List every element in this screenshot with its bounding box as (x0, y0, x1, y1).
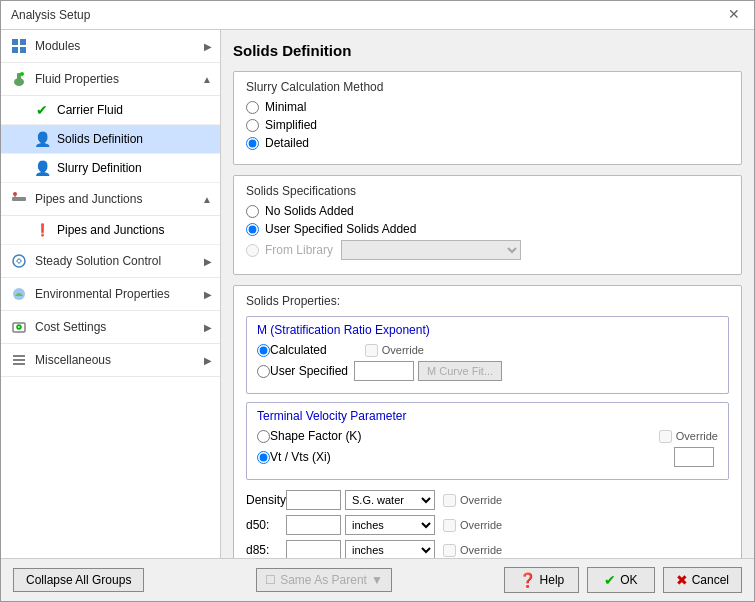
d85-row: d85: 0.03 inches Override (246, 540, 729, 558)
d85-input[interactable]: 0.03 (286, 540, 341, 558)
m-calculated-override-group: Override (365, 344, 424, 357)
fluid-properties-label: Fluid Properties (35, 72, 202, 86)
slurry-calc-minimal-label: Minimal (265, 100, 306, 114)
m-user-specified-input[interactable] (354, 361, 414, 381)
sidebar-group-steady[interactable]: Steady Solution Control ▶ (1, 245, 220, 278)
misc-label: Miscellaneous (35, 353, 204, 367)
right-panel: Solids Definition Slurry Calculation Met… (221, 30, 754, 558)
slurry-definition-icon: 👤 (33, 159, 51, 177)
slurry-calc-detailed-row: Detailed (246, 136, 729, 150)
close-button[interactable]: ✕ (728, 7, 744, 23)
slurry-calc-detailed-label: Detailed (265, 136, 309, 150)
m-curve-fit-button[interactable]: M Curve Fit... (418, 361, 502, 381)
slurry-definition-label: Slurry Definition (57, 161, 142, 175)
slurry-calc-minimal-radio[interactable] (246, 101, 259, 114)
shape-factor-override-check[interactable] (659, 430, 672, 443)
sidebar-item-solids-definition[interactable]: 👤 Solids Definition (1, 125, 220, 154)
from-library-row: From Library (246, 240, 729, 260)
svg-rect-17 (13, 359, 25, 361)
ok-label: OK (620, 573, 637, 587)
steady-icon (9, 251, 29, 271)
solids-spec-label: Solids Specifications (246, 184, 729, 198)
density-override-check[interactable] (443, 494, 456, 507)
slurry-calc-simplified-radio[interactable] (246, 119, 259, 132)
sidebar-group-misc[interactable]: Miscellaneous ▶ (1, 344, 220, 377)
svg-rect-0 (12, 39, 18, 45)
sidebar-item-slurry-definition[interactable]: 👤 Slurry Definition (1, 154, 220, 183)
shape-factor-label: Shape Factor (K) (270, 429, 651, 443)
slurry-calc-simplified-row: Simplified (246, 118, 729, 132)
cost-icon: $ (9, 317, 29, 337)
carrier-fluid-label: Carrier Fluid (57, 103, 123, 117)
vt-vts-input[interactable]: 1 (674, 447, 714, 467)
density-input[interactable]: 2.9 (286, 490, 341, 510)
sidebar: Modules ▶ Fluid Properties ▲ ✔ Carrier F… (1, 30, 221, 558)
user-specified-radio[interactable] (246, 223, 259, 236)
solids-spec-section: Solids Specifications No Solids Added Us… (233, 175, 742, 275)
m-user-specified-row: User Specified M Curve Fit... (257, 361, 718, 381)
d50-row: d50: 0.015 inches Override (246, 515, 729, 535)
svg-point-11 (18, 260, 21, 263)
same-as-parent-label: Same As Parent (280, 573, 367, 587)
footer-right: ❓ Help ✔ OK ✖ Cancel (504, 567, 742, 593)
m-calculated-radio[interactable] (257, 344, 270, 357)
sidebar-group-pipes[interactable]: Pipes and Junctions ▲ (1, 183, 220, 216)
pipes-chevron: ▲ (202, 194, 212, 205)
modules-chevron: ▶ (204, 41, 212, 52)
main-content: Modules ▶ Fluid Properties ▲ ✔ Carrier F… (1, 30, 754, 558)
vt-vts-radio[interactable] (257, 451, 270, 464)
same-as-parent-chevron-icon: ▼ (371, 573, 383, 587)
help-icon: ❓ (519, 572, 536, 588)
footer-left: Collapse All Groups (13, 568, 144, 592)
density-unit-select[interactable]: S.G. water (345, 490, 435, 510)
sidebar-item-carrier-fluid[interactable]: ✔ Carrier Fluid (1, 96, 220, 125)
same-as-parent-button[interactable]: ☐ Same As Parent ▼ (256, 568, 392, 592)
m-user-specified-radio[interactable] (257, 365, 270, 378)
from-library-select[interactable] (341, 240, 521, 260)
help-label: Help (540, 573, 565, 587)
m-section-label: M (Stratification Ratio Exponent) (257, 323, 718, 337)
solids-definition-label: Solids Definition (57, 132, 143, 146)
help-button[interactable]: ❓ Help (504, 567, 580, 593)
particle-props-group: Density: 2.9 S.G. water Override d50: 0.… (246, 490, 729, 558)
d85-override-check[interactable] (443, 544, 456, 557)
terminal-velocity-label: Terminal Velocity Parameter (257, 409, 718, 423)
sidebar-group-cost[interactable]: $ Cost Settings ▶ (1, 311, 220, 344)
same-as-parent-check-icon: ☐ (265, 573, 276, 587)
ok-button[interactable]: ✔ OK (587, 567, 654, 593)
sidebar-group-modules[interactable]: Modules ▶ (1, 30, 220, 63)
fluid-properties-chevron: ▲ (202, 74, 212, 85)
ok-icon: ✔ (604, 572, 616, 588)
shape-factor-radio[interactable] (257, 430, 270, 443)
pipes-junctions-warning-icon: ❗ (33, 221, 51, 239)
d50-unit-select[interactable]: inches (345, 515, 435, 535)
cancel-label: Cancel (692, 573, 729, 587)
collapse-all-button[interactable]: Collapse All Groups (13, 568, 144, 592)
cancel-button[interactable]: ✖ Cancel (663, 567, 742, 593)
svg-rect-3 (20, 47, 26, 53)
pipes-label: Pipes and Junctions (35, 192, 202, 206)
sidebar-item-pipes-junctions[interactable]: ❗ Pipes and Junctions (1, 216, 220, 245)
d50-input[interactable]: 0.015 (286, 515, 341, 535)
no-solids-radio[interactable] (246, 205, 259, 218)
misc-icon (9, 350, 29, 370)
window-title: Analysis Setup (11, 8, 90, 22)
terminal-velocity-section: Terminal Velocity Parameter Shape Factor… (246, 402, 729, 480)
d85-unit-select[interactable]: inches (345, 540, 435, 558)
d50-override-label: Override (460, 519, 502, 531)
density-row: Density: 2.9 S.G. water Override (246, 490, 729, 510)
from-library-radio[interactable] (246, 244, 259, 257)
d50-override-check[interactable] (443, 519, 456, 532)
svg-rect-1 (20, 39, 26, 45)
m-calculated-override-check[interactable] (365, 344, 378, 357)
density-override-label: Override (460, 494, 502, 506)
shape-factor-override-label: Override (676, 430, 718, 442)
sidebar-group-fluid-properties[interactable]: Fluid Properties ▲ (1, 63, 220, 96)
slurry-calc-minimal-row: Minimal (246, 100, 729, 114)
vt-vts-row: Vt / Vts (Xi) 1 (257, 447, 718, 467)
slurry-calc-label: Slurry Calculation Method (246, 80, 729, 94)
shape-factor-override-group: Override (659, 430, 718, 443)
slurry-calc-detailed-radio[interactable] (246, 137, 259, 150)
sidebar-group-environmental[interactable]: Environmental Properties ▶ (1, 278, 220, 311)
svg-rect-16 (13, 355, 25, 357)
